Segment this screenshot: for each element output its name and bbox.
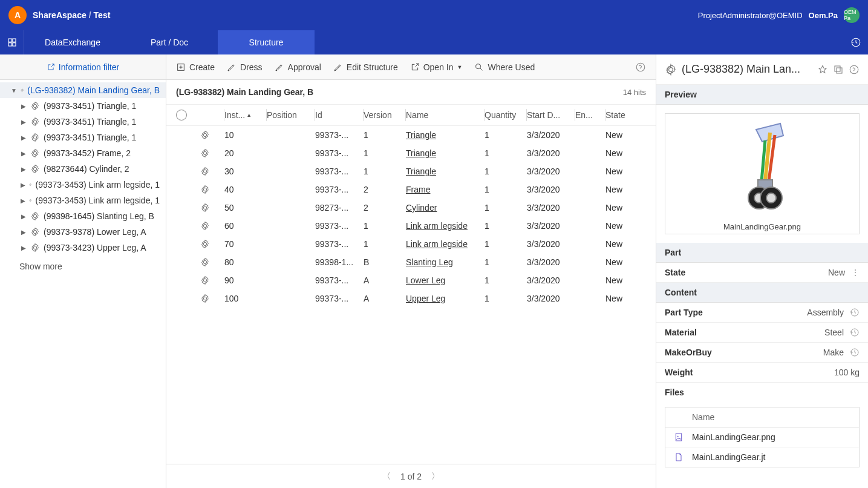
history-button[interactable] — [844, 30, 868, 54]
property-row: MakeOrBuyMake — [656, 343, 868, 363]
expand-icon[interactable]: ▶ — [21, 213, 27, 220]
avatar[interactable]: OEM Pa — [844, 7, 860, 23]
cell-name-link[interactable]: Triangle — [406, 148, 436, 158]
collapse-icon[interactable]: ▼ — [11, 87, 17, 94]
col-header-state[interactable]: State — [605, 110, 642, 120]
col-header-enddate[interactable]: En... — [575, 109, 605, 121]
cell-name-link[interactable]: Link arm legside — [406, 239, 468, 249]
cell-version: 2 — [364, 203, 406, 213]
cell-name-link[interactable]: Lower Leg — [406, 275, 445, 285]
cell-name-link[interactable]: Frame — [406, 185, 430, 194]
gear-icon — [200, 257, 210, 267]
next-page-button[interactable]: 〉 — [431, 471, 440, 482]
tree-item-label: (99373-9378) Lower Leg, A — [44, 227, 146, 237]
cell-version: 1 — [364, 130, 406, 140]
expand-icon[interactable]: ▶ — [21, 245, 27, 251]
cell-name-link[interactable]: Slanting Leg — [406, 257, 453, 267]
cell-name-link[interactable]: Triangle — [406, 167, 436, 176]
approval-button[interactable]: Approval — [275, 62, 321, 72]
cell-inst: 20 — [224, 148, 267, 158]
table-row[interactable]: 40 99373-... 2 Frame 1 3/3/2020 New — [166, 180, 656, 199]
history-icon[interactable] — [850, 328, 860, 337]
gear-icon — [200, 167, 210, 176]
tree-item[interactable]: ▶(99373-3423) Upper Leg, A — [0, 240, 166, 256]
table-row[interactable]: 30 99373-... 1 Triangle 1 3/3/2020 New — [166, 162, 656, 180]
tree-item[interactable]: ▶(99398-1645) Slanting Leg, B — [0, 208, 166, 224]
expand-icon[interactable]: ▶ — [21, 150, 27, 157]
cell-startdate: 3/3/2020 — [527, 130, 575, 140]
select-all-checkbox[interactable] — [176, 110, 187, 120]
tree-item[interactable]: ▶(99373-3452) Frame, 2 — [0, 145, 166, 161]
part-heading: Part — [656, 243, 868, 263]
table-row[interactable]: 60 99373-... 1 Link arm legside 1 3/3/20… — [166, 217, 656, 235]
show-more-button[interactable]: Show more — [0, 256, 166, 277]
cell-state: New — [605, 148, 642, 158]
information-filter-button[interactable]: Information filter — [0, 54, 166, 80]
help-icon[interactable] — [635, 62, 646, 73]
expand-icon[interactable]: ▶ — [21, 229, 27, 236]
table-row[interactable]: 10 99373-... 1 Triangle 1 3/3/2020 New — [166, 126, 656, 144]
where-used-button[interactable]: Where Used — [474, 62, 535, 72]
col-header-name[interactable]: Name — [406, 109, 485, 121]
tree-item[interactable]: ▶(98273644) Cylinder, 2 — [0, 161, 166, 177]
history-icon[interactable] — [850, 308, 860, 317]
cell-name-link[interactable]: Cylinder — [406, 203, 437, 213]
cell-state: New — [605, 257, 642, 267]
table-row[interactable]: 80 99398-1... B Slanting Leg 1 3/3/2020 … — [166, 253, 656, 271]
expand-icon[interactable]: ▶ — [21, 134, 27, 141]
cell-name-link[interactable]: Upper Leg — [406, 294, 445, 303]
expand-icon[interactable]: ▶ — [21, 197, 25, 204]
cell-name-link[interactable]: Link arm legside — [406, 221, 468, 231]
col-header-position[interactable]: Position — [267, 109, 315, 121]
state-more-button[interactable]: ⋮ — [851, 268, 860, 277]
file-row[interactable]: MainLandingGear.jt — [665, 447, 859, 467]
dress-button[interactable]: Dress — [227, 62, 263, 72]
tree-item[interactable]: ▶(99373-3453) Link arm legside, 1 — [0, 193, 166, 208]
gear-icon — [665, 64, 677, 76]
cell-id: 99373-... — [315, 221, 364, 231]
prev-page-button[interactable]: 〈 — [382, 471, 391, 482]
prop-value: Make — [823, 348, 844, 357]
expand-icon[interactable]: ▶ — [21, 182, 25, 188]
tree-item[interactable]: ▼(LG-938382) Main Landing Gear, B — [0, 82, 166, 98]
col-header-startdate[interactable]: Start D... — [527, 109, 575, 121]
create-button[interactable]: Create — [176, 62, 215, 72]
col-header-instance[interactable]: Inst...▲ — [224, 109, 267, 121]
tree-item[interactable]: ▶(99373-3451) Triangle, 1 — [0, 130, 166, 145]
col-header-id[interactable]: Id — [315, 109, 364, 121]
tree-item[interactable]: ▶(99373-3451) Triangle, 1 — [0, 98, 166, 114]
brand-name: ShareAspace — [33, 10, 86, 20]
table-row[interactable]: 20 99373-... 1 Triangle 1 3/3/2020 New — [166, 144, 656, 162]
nav-tab-dataexchange[interactable]: DataExchange — [24, 30, 121, 54]
gear-icon — [200, 185, 210, 194]
edit-structure-button[interactable]: Edit Structure — [333, 62, 398, 72]
cell-inst: 30 — [224, 167, 267, 176]
tree-item[interactable]: ▶(99373-3451) Triangle, 1 — [0, 114, 166, 130]
detail-help-button[interactable] — [849, 64, 860, 75]
cell-inst: 100 — [224, 294, 267, 303]
col-header-version[interactable]: Version — [364, 109, 406, 121]
cell-inst: 80 — [224, 257, 267, 267]
nav-tab-part-doc[interactable]: Part / Doc — [121, 30, 218, 54]
favorite-button[interactable] — [817, 64, 828, 75]
expand-icon[interactable]: ▶ — [21, 103, 27, 110]
table-row[interactable]: 50 98273-... 2 Cylinder 1 3/3/2020 New — [166, 199, 656, 217]
gear-icon — [200, 221, 210, 231]
nav-tab-structure[interactable]: Structure — [218, 30, 315, 54]
expand-icon[interactable]: ▶ — [21, 119, 27, 125]
apps-button[interactable] — [0, 30, 24, 54]
col-header-quantity[interactable]: Quantity — [485, 109, 527, 121]
table-row[interactable]: 70 99373-... 1 Link arm legside 1 3/3/20… — [166, 235, 656, 253]
cell-name-link[interactable]: Triangle — [406, 130, 436, 140]
open-in-button[interactable]: Open In▼ — [410, 62, 463, 72]
user-name[interactable]: Oem.Pa — [809, 11, 838, 20]
history-icon[interactable] — [850, 348, 860, 357]
content-heading: Content — [656, 283, 868, 303]
copy-button[interactable] — [833, 64, 844, 75]
tree-item[interactable]: ▶(99373-9378) Lower Leg, A — [0, 224, 166, 240]
expand-icon[interactable]: ▶ — [21, 166, 27, 173]
table-row[interactable]: 90 99373-... A Lower Leg 1 3/3/2020 New — [166, 271, 656, 289]
file-row[interactable]: MainLandingGear.png — [665, 427, 859, 447]
table-row[interactable]: 100 99373-... A Upper Leg 1 3/3/2020 New — [166, 289, 656, 308]
tree-item[interactable]: ▶(99373-3453) Link arm legside, 1 — [0, 177, 166, 193]
